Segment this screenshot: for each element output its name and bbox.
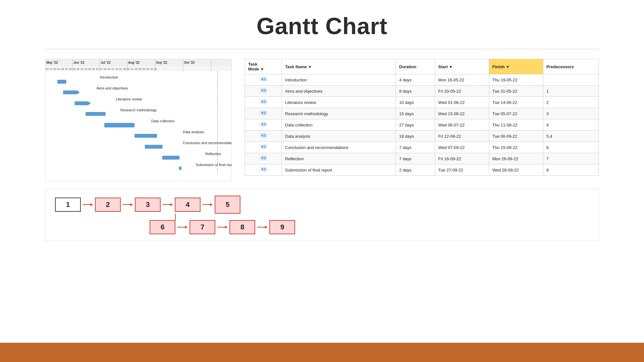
flow-arrow-3-4 — [161, 202, 175, 208]
finish-cell: Tue 31-05-22 — [489, 86, 543, 97]
flow-box-4[interactable]: 4 — [175, 198, 201, 212]
finish-cell: Tue 06-09-22 — [489, 131, 543, 142]
gantt-chart-area: May '22 Jun '22 Jul '22 Aug '22 Sep '22 … — [45, 59, 232, 182]
svg-text:05: 05 — [77, 68, 79, 70]
auto-schedule-icon — [260, 167, 267, 172]
page-title: Gantt Chart — [0, 0, 644, 49]
gantt-svg: May '22 Jun '22 Jul '22 Aug '22 Sep '22 … — [45, 59, 232, 181]
auto-schedule-icon — [260, 77, 267, 82]
svg-marker-97 — [170, 203, 173, 206]
svg-text:17: 17 — [100, 68, 103, 70]
task-label-data-ana: Data analysis — [183, 130, 204, 134]
start-cell: Wed 06-07-22 — [435, 119, 489, 131]
col-header-duration[interactable]: Duration — [396, 59, 435, 74]
svg-marker-99 — [210, 203, 213, 206]
start-cell: Fri 16-09-22 — [435, 153, 489, 164]
pred-cell: 1 — [543, 86, 599, 97]
pred-cell: 6 — [543, 142, 599, 153]
svg-text:29: 29 — [73, 68, 76, 70]
svg-marker-93 — [90, 203, 93, 206]
svg-text:03: 03 — [92, 68, 95, 70]
col-header-mode[interactable]: TaskMode ▼ — [245, 59, 282, 74]
duration-cell: 2 days — [396, 164, 435, 176]
finish-cell: Tue 05-07-22 — [489, 108, 543, 119]
duration-cell: 15 days — [396, 108, 435, 119]
flow-bottom-row: 6 7 8 9 — [150, 220, 589, 234]
flow-box-9[interactable]: 9 — [269, 220, 295, 234]
flow-box-5[interactable]: 5 — [215, 196, 240, 214]
task-name-cell: Research methodology — [282, 108, 396, 119]
col-header-finish[interactable]: Finish ▼ — [489, 59, 543, 74]
start-cell: Wed 01-06-22 — [435, 97, 489, 108]
flow-box-7[interactable]: 7 — [190, 220, 215, 234]
bar-introduction — [57, 80, 66, 84]
task-name-cell: Data analysis — [282, 131, 396, 142]
svg-text:09: 09 — [146, 68, 149, 70]
col-header-start[interactable]: Start ▼ — [435, 59, 489, 74]
table-row: Data collection27 daysWed 06-07-22Thu 11… — [245, 119, 599, 131]
svg-marker-104 — [225, 226, 228, 228]
flow-arrow-1-2 — [81, 202, 95, 208]
task-name-cell: Aims and objectives — [282, 86, 396, 97]
task-mode-cell — [245, 164, 282, 176]
flow-box-3[interactable]: 3 — [135, 198, 161, 212]
svg-text:24: 24 — [53, 68, 56, 70]
duration-cell: 7 days — [396, 153, 435, 164]
bar-refl — [162, 156, 180, 160]
task-label-conc: Conclusion and recommendations — [183, 141, 232, 145]
col-header-pred[interactable]: Predecessors — [543, 59, 599, 74]
flow-box-6[interactable]: 6 — [150, 220, 175, 234]
col-header-task[interactable]: Task Name ▼ — [282, 59, 396, 74]
gantt-table: TaskMode ▼ Task Name ▼ Duration Start ▼ … — [245, 59, 599, 176]
task-mode-cell — [245, 131, 282, 142]
svg-text:25: 25 — [138, 68, 141, 70]
svg-text:22: 22 — [69, 68, 72, 70]
finish-cell: Thu 15-09-22 — [489, 142, 543, 153]
task-label-lit: Literature review — [116, 97, 142, 101]
svg-text:15: 15 — [65, 68, 68, 70]
pred-cell: 4 — [543, 119, 599, 131]
bar-lit — [75, 101, 88, 105]
pred-cell: 5,4 — [543, 131, 599, 142]
pred-cell: 7 — [543, 153, 599, 164]
svg-text:01: 01 — [57, 68, 60, 70]
table-row: Data analysis18 daysFri 12-08-22Tue 06-0… — [245, 131, 599, 142]
svg-text:19: 19 — [84, 68, 87, 70]
task-label-res: Research methodology — [120, 108, 157, 112]
bar-conc — [145, 145, 163, 149]
duration-cell: 27 days — [396, 119, 435, 131]
svg-text:14: 14 — [115, 68, 118, 70]
svg-text:04: 04 — [127, 68, 130, 70]
bar-data-ana — [135, 134, 157, 138]
start-cell: Fri 12-08-22 — [435, 131, 489, 142]
auto-schedule-icon — [260, 110, 267, 116]
svg-text:11: 11 — [131, 68, 134, 70]
duration-cell: 8 days — [396, 86, 435, 97]
bottom-bar — [0, 343, 644, 362]
task-name-cell: Data collection — [282, 119, 396, 131]
svg-text:Aug '22: Aug '22 — [128, 61, 140, 64]
task-label-introduction: Introduction — [100, 75, 118, 79]
flow-box-2[interactable]: 2 — [95, 198, 121, 212]
svg-text:10: 10 — [96, 68, 99, 70]
flow-box-1[interactable]: 1 — [55, 198, 81, 212]
svg-marker-106 — [265, 226, 267, 228]
svg-text:24: 24 — [104, 68, 107, 70]
svg-marker-44 — [77, 90, 80, 94]
svg-text:May '22: May '22 — [46, 61, 58, 64]
bar-data-col — [104, 123, 135, 127]
start-cell: Fri 20-05-22 — [435, 86, 489, 97]
auto-schedule-icon — [260, 88, 267, 93]
svg-text:10: 10 — [46, 68, 49, 70]
auto-schedule-icon — [260, 99, 267, 104]
flow-box-8[interactable]: 8 — [229, 220, 255, 234]
task-name-cell: Submission of final report — [282, 164, 396, 176]
duration-cell: 18 days — [396, 131, 435, 142]
pred-cell: 3 — [543, 108, 599, 119]
flow-top-row: 1 2 3 4 5 — [55, 196, 589, 214]
svg-marker-95 — [130, 203, 133, 206]
duration-cell: 10 days — [396, 97, 435, 108]
finish-cell: Thu 11-08-22 — [489, 119, 543, 131]
table-row: Research methodology15 daysWed 15-06-22T… — [245, 108, 599, 119]
table-row: Conclusion and recommendations7 daysWed … — [245, 142, 599, 153]
